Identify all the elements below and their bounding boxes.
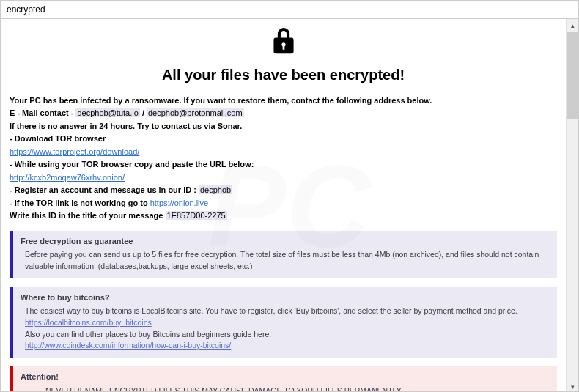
mail-2: decphob@protonmail.com xyxy=(147,108,244,117)
vertical-scrollbar[interactable]: ▴ ▾ xyxy=(566,19,578,392)
download-tor-line: - Download TOR browser xyxy=(10,134,106,143)
guarantee-box: Free decryption as guarantee Before payi… xyxy=(10,231,557,278)
intro-block: Your PC has been infected by a ransomwar… xyxy=(10,95,557,222)
while-using-line: - While using your TOR browser copy and … xyxy=(10,160,254,169)
guarantee-body: Before paying you can send us up to 5 fi… xyxy=(25,249,550,273)
tor-download-link[interactable]: https://www.torproject.org/download/ xyxy=(10,147,139,156)
ransom-note-page: All your files have been encrypted! Your… xyxy=(1,19,566,392)
buy-line2: Also you can find other places to buy Bi… xyxy=(25,329,550,341)
register-id: decphob xyxy=(199,185,232,194)
lock-icon xyxy=(271,48,296,57)
mail-label: E - Mail contact - xyxy=(10,108,75,117)
scroll-up-button[interactable]: ▴ xyxy=(567,19,578,32)
buy-bitcoins-box: Where to buy bitcoins? The easiest way t… xyxy=(10,287,557,358)
window-titlebar: encrypted xyxy=(1,1,578,19)
onion-link[interactable]: http://kcxb2moqaw76xrhv.onion/ xyxy=(10,173,125,182)
coindesk-link[interactable]: http://www.coindesk.com/information/how-… xyxy=(25,341,231,350)
write-id-prefix: Write this ID in the title of your messa… xyxy=(10,211,166,220)
buy-line1: The easiest way to buy bitcoins is Local… xyxy=(25,306,550,317)
scroll-thumb[interactable] xyxy=(567,32,578,119)
intro-line1: Your PC has been infected by a ransomwar… xyxy=(10,96,432,105)
window-title: encrypted xyxy=(7,4,45,15)
not-working-prefix: - If the TOR link is not working go to xyxy=(10,199,150,207)
content-area: All your files have been encrypted! Your… xyxy=(1,19,578,392)
guarantee-heading: Free decryption as guarantee xyxy=(21,235,550,248)
attention-box: Attention! NEVER RENAME ENCRYPTED FILES … xyxy=(10,366,557,392)
noanswer-line: If there is no answer in 24 hours. Try t… xyxy=(10,122,242,130)
attention-heading: Attention! xyxy=(21,371,550,383)
onion-live-link[interactable]: https://onion.live xyxy=(150,199,209,207)
localbitcoins-link[interactable]: https://localbitcoins.com/buy_bitcoins xyxy=(25,318,152,327)
attention-list: NEVER RENAME ENCRYPTED FILES THIS MAY CA… xyxy=(45,385,550,393)
scroll-down-button[interactable]: ▾ xyxy=(567,380,578,392)
lock-wrap xyxy=(10,28,557,59)
mail-1: decphob@tuta.io xyxy=(75,108,139,117)
page-title: All your files have been encrypted! xyxy=(10,64,557,86)
attention-item: NEVER RENAME ENCRYPTED FILES THIS MAY CA… xyxy=(45,385,550,393)
buy-heading: Where to buy bitcoins? xyxy=(21,292,550,304)
register-prefix: - Register an account and message us in … xyxy=(10,185,199,194)
message-id: 1E857D00-2275 xyxy=(166,211,227,220)
